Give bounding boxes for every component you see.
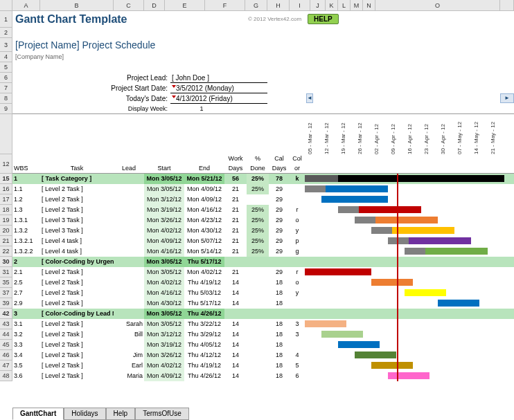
pctdone-cell[interactable] [247,194,269,205]
col-header-B[interactable]: B [40,0,114,10]
lead-cell[interactable]: Jim [114,350,144,360]
table-row[interactable]: 453.3[ Level 2 Task ]Mon 3/19/12Thu 4/05… [0,340,514,350]
start-cell[interactable]: Mon 4/02/12 [144,226,184,236]
end-cell[interactable]: Thu 3/22/12 [184,319,224,329]
pctdone-cell[interactable]: 25% [247,236,269,246]
lead-cell[interactable] [114,174,144,184]
color-cell[interactable]: y [290,288,305,298]
table-row[interactable]: 171.2[ Level 2 Task ]Mon 3/12/12Mon 4/09… [0,194,514,205]
start-cell[interactable]: Mon 4/02/12 [144,360,184,371]
pctdone-cell[interactable] [247,319,269,329]
end-cell[interactable]: Thu 5/17/12 [184,257,224,267]
pctdone-cell[interactable]: 25% [247,246,269,257]
end-cell[interactable]: Thu 3/29/12 [184,329,224,340]
wbs-cell[interactable]: 3.4 [12,350,40,360]
color-cell[interactable] [290,257,305,267]
col-header-H[interactable]: H [267,0,290,10]
start-cell[interactable]: Mon 4/16/12 [144,246,184,257]
pctdone-cell[interactable] [247,257,269,267]
pctdone-cell[interactable] [247,277,269,288]
table-row[interactable]: 201.3.2[ Level 3 Task ]Mon 4/02/12Mon 4/… [0,226,514,236]
start-cell[interactable]: Mon 3/05/12 [144,267,184,277]
table-row[interactable]: 211.3.2.1[ Level 4 task ]Mon 4/09/12Mon … [0,236,514,246]
caldays-cell[interactable]: 18 [269,360,290,371]
table-row[interactable]: 352.5[ Level 2 Task ]Mon 4/02/12Thu 4/19… [0,277,514,288]
task-cell[interactable]: [ Color-Coding by Urgency ] [40,257,114,267]
end-cell[interactable]: Thu 4/12/12 [184,350,224,360]
end-cell[interactable]: Mon 4/09/12 [184,194,224,205]
task-cell[interactable]: [ Level 3 Task ] [40,215,114,226]
caldays-cell[interactable]: 29 [269,184,290,194]
task-cell[interactable]: [ Color-Coding by Lead Name ] [40,309,114,319]
start-cell[interactable]: Mon 3/05/12 [144,174,184,184]
end-cell[interactable]: Mon 5/21/12 [184,174,224,184]
caldays-cell[interactable]: 29 [269,215,290,226]
pctdone-cell[interactable] [247,329,269,340]
wbs-cell[interactable]: 1.3.2.1 [12,236,40,246]
table-row[interactable]: 443.2[ Level 2 Task ]BillMon 3/12/12Thu … [0,329,514,340]
end-cell[interactable]: Mon 5/14/12 [184,246,224,257]
table-row[interactable]: 221.3.2.2[ Level 4 task ]Mon 4/16/12Mon … [0,246,514,257]
workdays-cell[interactable]: 14 [224,350,247,360]
sheet-tab-ganttchart[interactable]: GanttChart [12,408,64,420]
pctdone-cell[interactable] [247,360,269,371]
wbs-cell[interactable]: 2 [12,257,40,267]
end-cell[interactable]: Thu 5/17/12 [184,298,224,309]
workdays-cell[interactable]: 14 [224,298,247,309]
color-cell[interactable]: 3 [290,319,305,329]
start-cell[interactable]: Mon 3/05/12 [144,184,184,194]
table-row[interactable]: 161.1[ Level 2 Task ]Mon 3/05/12Mon 4/09… [0,184,514,194]
table-row[interactable]: 483.6[ Level 2 Task ]MariaMon 4/09/12Thu… [0,371,514,381]
start-cell[interactable]: Mon 3/19/12 [144,340,184,350]
sheet-tab-holidays[interactable]: Holidays [64,408,105,420]
task-cell[interactable]: [ Level 4 task ] [40,246,114,257]
lead-cell[interactable] [114,257,144,267]
task-cell[interactable]: [ Level 4 task ] [40,236,114,246]
col-header-D[interactable]: D [144,0,165,10]
color-cell[interactable] [290,340,305,350]
workdays-cell[interactable]: 21 [224,205,247,215]
wbs-cell[interactable]: 3.3 [12,340,40,350]
color-cell[interactable] [290,184,305,194]
start-cell[interactable]: Mon 4/09/12 [144,371,184,381]
pctdone-cell[interactable] [247,288,269,298]
color-cell[interactable]: o [290,277,305,288]
workdays-cell[interactable]: 21 [224,194,247,205]
wbs-cell[interactable]: 3 [12,309,40,319]
start-cell[interactable]: Mon 3/12/12 [144,329,184,340]
wbs-cell[interactable]: 1.2 [12,194,40,205]
wbs-cell[interactable]: 3.5 [12,360,40,371]
col-header-J[interactable]: J [310,0,326,10]
workdays-cell[interactable]: 21 [224,246,247,257]
start-cell[interactable]: Mon 4/02/12 [144,277,184,288]
table-row[interactable]: 151[ Task Category ]Mon 3/05/12Mon 5/21/… [0,174,514,184]
wbs-cell[interactable]: 1.1 [12,184,40,194]
lead-cell[interactable] [114,288,144,298]
start-cell[interactable]: Mon 3/26/12 [144,215,184,226]
workdays-cell[interactable]: 14 [224,371,247,381]
task-cell[interactable]: [ Level 2 Task ] [40,205,114,215]
pctdone-cell[interactable] [247,371,269,381]
lead-cell[interactable] [114,194,144,205]
caldays-cell[interactable]: 78 [269,174,290,184]
caldays-cell[interactable] [269,309,290,319]
task-cell[interactable]: [ Level 2 Task ] [40,319,114,329]
wbs-cell[interactable]: 2.7 [12,288,40,298]
pctdone-cell[interactable]: 25% [247,226,269,236]
end-cell[interactable]: Mon 4/30/12 [184,226,224,236]
workdays-cell[interactable]: 21 [224,236,247,246]
table-row[interactable]: 433.1[ Level 2 Task ]SarahMon 3/05/12Thu… [0,319,514,329]
lead-cell[interactable] [114,215,144,226]
wbs-cell[interactable]: 2.9 [12,298,40,309]
caldays-cell[interactable]: 18 [269,298,290,309]
task-cell[interactable]: [ Level 2 Task ] [40,350,114,360]
help-button[interactable]: HELP [308,14,339,24]
color-cell[interactable]: 6 [290,371,305,381]
end-cell[interactable]: Thu 4/05/12 [184,340,224,350]
wbs-cell[interactable]: 1.3 [12,205,40,215]
start-cell[interactable]: Mon 3/19/12 [144,205,184,215]
workdays-cell[interactable]: 21 [224,226,247,236]
task-cell[interactable]: [ Level 2 Task ] [40,288,114,298]
task-cell[interactable]: [ Level 2 Task ] [40,194,114,205]
pctdone-cell[interactable]: 25% [247,205,269,215]
